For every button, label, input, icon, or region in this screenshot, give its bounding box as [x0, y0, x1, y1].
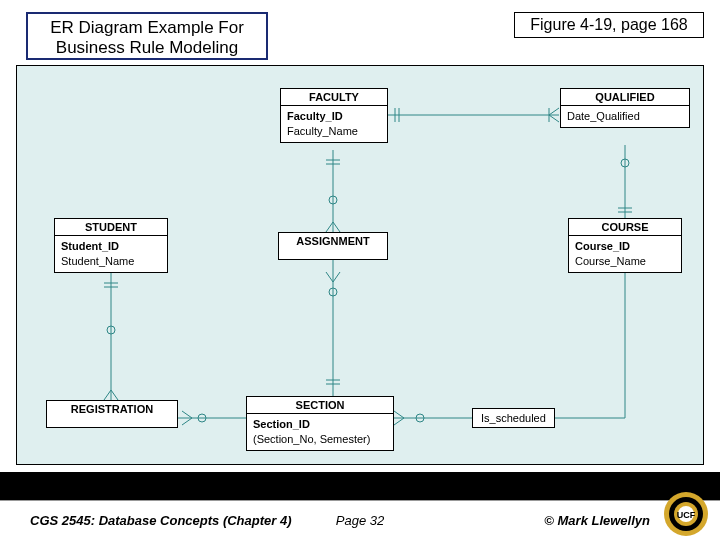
entity-student: STUDENT Student_ID Student_Name	[54, 218, 168, 273]
entity-course-title: COURSE	[569, 219, 681, 236]
figure-ref-box: Figure 4-19, page 168	[514, 12, 704, 38]
ucf-logo-icon: UCF	[662, 490, 710, 538]
entity-assignment: ASSIGNMENT	[278, 232, 388, 260]
entity-section: SECTION Section_ID (Section_No, Semester…	[246, 396, 394, 451]
faculty-attr: Faculty_Name	[287, 124, 381, 139]
course-pk: Course_ID	[575, 239, 675, 254]
title-line2: Business Rule Modeling	[28, 38, 266, 58]
entity-section-title: SECTION	[247, 397, 393, 414]
student-attr: Student_Name	[61, 254, 161, 269]
entity-assignment-title: ASSIGNMENT	[279, 233, 387, 249]
footer-bar: CGS 2545: Database Concepts (Chapter 4) …	[0, 500, 720, 540]
entity-student-title: STUDENT	[55, 219, 167, 236]
entity-qualified: QUALIFIED Date_Qualified	[560, 88, 690, 128]
footer-right: © Mark Llewellyn	[544, 513, 650, 528]
entity-registration-title: REGISTRATION	[47, 401, 177, 417]
entity-registration: REGISTRATION	[46, 400, 178, 428]
entity-qualified-title: QUALIFIED	[561, 89, 689, 106]
relationship-is-scheduled: Is_scheduled	[472, 408, 555, 428]
svg-text:UCF: UCF	[677, 510, 696, 520]
qualified-attr: Date_Qualified	[567, 109, 683, 124]
accent-bar	[0, 472, 720, 500]
faculty-pk: Faculty_ID	[287, 109, 381, 124]
section-pk: Section_ID	[253, 417, 387, 432]
entity-faculty-title: FACULTY	[281, 89, 387, 106]
footer-left: CGS 2545: Database Concepts (Chapter 4)	[30, 513, 292, 528]
section-attr: (Section_No, Semester)	[253, 432, 387, 447]
student-pk: Student_ID	[61, 239, 161, 254]
entity-faculty: FACULTY Faculty_ID Faculty_Name	[280, 88, 388, 143]
footer-center: Page 32	[336, 513, 384, 528]
title-line1: ER Diagram Example For	[28, 18, 266, 38]
course-attr: Course_Name	[575, 254, 675, 269]
title-box: ER Diagram Example For Business Rule Mod…	[26, 12, 268, 60]
entity-course: COURSE Course_ID Course_Name	[568, 218, 682, 273]
